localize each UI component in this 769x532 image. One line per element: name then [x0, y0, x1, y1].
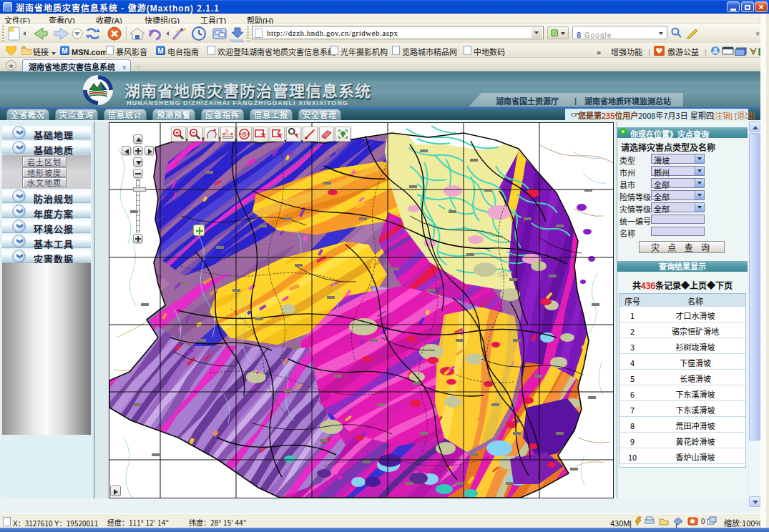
- svg-text:?: ?: [225, 127, 228, 134]
- svg-text:S: S: [242, 129, 246, 139]
- svg-text:0: 0: [701, 516, 705, 526]
